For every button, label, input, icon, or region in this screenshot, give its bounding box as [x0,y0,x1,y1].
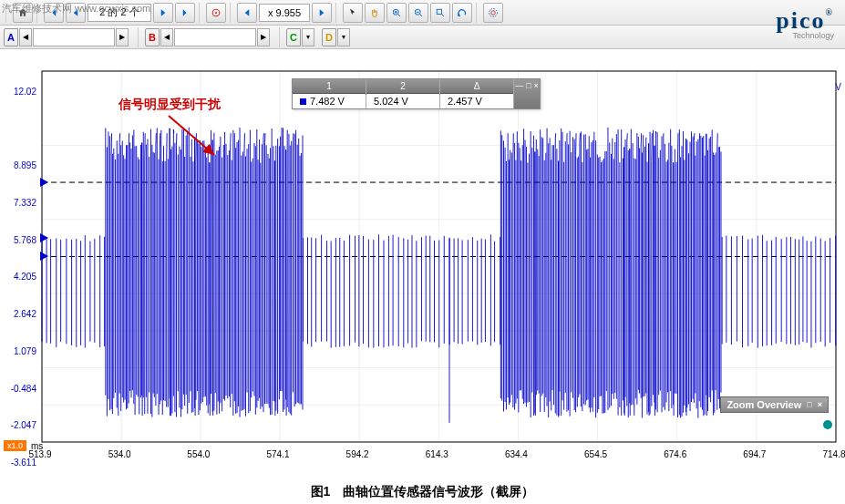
channel-a-range-field[interactable] [33,28,115,46]
zoom-out-button[interactable] [408,3,428,23]
svg-point-6 [489,8,498,16]
watermark-text: 汽车维修技术网 www.qcwxjs.com [2,2,150,15]
svg-line-31 [169,116,214,155]
channel-d-dropdown[interactable]: ▾ [337,28,350,46]
readout-col3-value: 2.457 V [440,94,513,108]
channel-b-left-arrow[interactable]: ◀ [160,28,173,46]
channel-toolbar: A ◀ ▶ B ◀ ▶ C ▾ D ▾ [0,26,845,49]
oscilloscope-plot[interactable]: 12.028.8957.3325.7684.2052.6421.079-0.48… [0,51,845,468]
brand-logo: pico® Technology [776,7,834,40]
zoom-in-button[interactable] [386,3,407,23]
maximize-icon[interactable]: □ [807,400,811,409]
measurement-readout[interactable]: 1 7.482 V 2 5.024 V Δ 2.457 V —□× [292,78,541,109]
buffer-last-button[interactable] [175,3,195,23]
svg-point-5 [491,10,496,15]
readout-col3-header: Δ [440,79,513,94]
channel-c-block[interactable]: C ▾ [286,28,314,46]
minimize-icon: — [515,81,523,90]
undo-zoom-button[interactable] [452,3,472,23]
close-icon: × [534,81,539,90]
target-button[interactable] [206,3,226,23]
readout-controls[interactable]: —□× [514,79,540,108]
zoom-field[interactable] [259,4,310,22]
zoom-region-button[interactable] [430,3,450,23]
x-axis-unit: ms [31,441,43,451]
readout-col1-header: 1 [293,79,366,94]
buffer-next-button[interactable] [153,3,173,23]
channel-a-right-arrow[interactable]: ▶ [116,28,129,46]
channel-c-dropdown[interactable]: ▾ [302,28,314,46]
svg-rect-4 [437,9,441,14]
readout-col1-value: 7.482 V [293,94,366,108]
close-icon[interactable]: × [818,400,822,409]
axis-marker-a[interactable] [40,233,48,242]
figure-caption: 图1 曲轴位置传感器信号波形（截屏） [0,484,845,500]
channel-c-label: C [286,28,301,46]
channel-b-block[interactable]: B ◀ ▶ [145,28,270,46]
annotation-arrow [164,111,237,166]
cursor-marker-2[interactable] [40,252,48,261]
zoom-overview-label: Zoom Overview [726,399,801,410]
zoom-overview-panel[interactable]: Zoom Overview □ × [720,396,829,413]
waveform-svg [0,51,845,468]
channel-a-block[interactable]: A ◀ ▶ [4,28,129,46]
channel-b-right-arrow[interactable]: ▶ [257,28,270,46]
hand-tool-button[interactable] [365,3,385,23]
channel-d-block[interactable]: D ▾ [322,28,350,46]
svg-point-1 [215,11,217,13]
channel-b-range-field[interactable] [174,28,256,46]
scale-badge: x1.0 [4,440,26,451]
trigger-marker[interactable] [823,420,832,429]
zoom-prev-button[interactable] [237,3,257,23]
pointer-tool-button[interactable] [343,3,363,23]
channel-a-left-arrow[interactable]: ◀ [19,28,32,46]
readout-col2-header: 2 [366,79,439,94]
channel-b-label: B [145,28,160,46]
cursor-marker-1[interactable] [40,178,48,187]
channel-a-label: A [4,28,18,46]
readout-col2-value: 5.024 V [366,94,439,108]
zoom-next-button[interactable] [312,3,332,23]
channel-d-label: D [322,28,336,46]
maximize-icon: □ [526,81,531,90]
settings-button[interactable] [483,3,503,23]
